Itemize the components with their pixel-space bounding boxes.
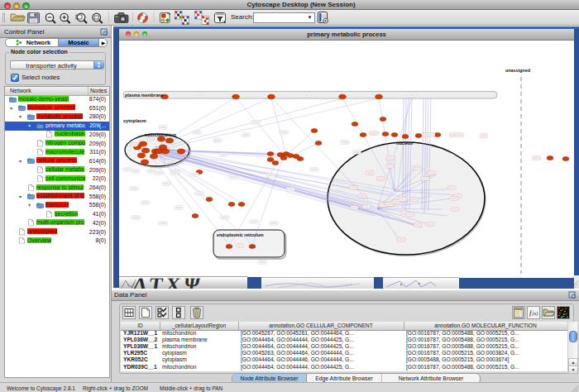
svg-text:endoplasmic reticulum: endoplasmic reticulum: [217, 232, 264, 237]
svg-text:unassigned: unassigned: [505, 68, 530, 73]
svg-text:(x): (x): [533, 311, 538, 317]
svg-text:Χ: Χ: [165, 277, 183, 289]
svg-text:T: T: [148, 277, 165, 289]
svg-text:nucleus: nucleus: [396, 141, 413, 146]
svg-text:cytoplasm: cytoplasm: [123, 118, 146, 123]
svg-text:Ψ: Ψ: [183, 277, 202, 289]
svg-text:plasma membrane: plasma membrane: [125, 93, 164, 98]
svg-text:Λ: Λ: [132, 277, 150, 289]
svg-text:mitochondrion: mitochondrion: [145, 132, 176, 137]
